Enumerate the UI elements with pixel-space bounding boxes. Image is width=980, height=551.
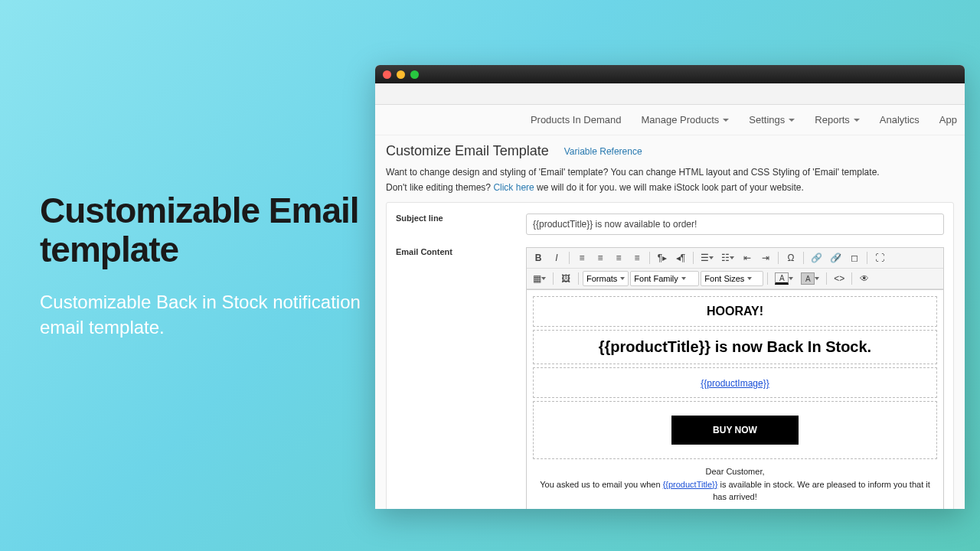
email-dear-block: Dear Customer, You asked us to email you… [533,462,937,507]
subject-input[interactable] [526,214,944,235]
bold-icon[interactable]: B [530,250,547,266]
description-1: Want to change design and styling of 'Em… [386,167,954,178]
font-sizes-select[interactable]: Font Sizes [701,271,763,286]
align-justify-icon[interactable]: ≡ [629,250,645,266]
editor-body[interactable]: HOORAY! {{productTitle}} is now Back In … [526,289,944,509]
nav-products-in-demand[interactable]: Products In Demand [531,114,622,126]
variable-reference-link[interactable]: Variable Reference [564,146,642,157]
promo-heading: Customizable Email template [40,191,361,269]
email-product-image-placeholder: {{productImage}} [533,367,937,398]
email-product-title-var: {{productTitle}} [663,480,718,489]
window-titlebar [375,65,965,83]
indent-icon[interactable]: ⇥ [757,250,774,266]
align-left-icon[interactable]: ≡ [573,250,590,266]
promo-panel: Customizable Email template Customizable… [40,191,361,340]
app-window: Products In Demand Manage Products Setti… [375,65,965,509]
rich-editor: B I ≡ ≡ ≡ ≡ ¶▸ ◂¶ ☰ ☷ [526,247,944,509]
chevron-down-icon [723,119,729,122]
nav-manage-products[interactable]: Manage Products [641,114,729,126]
page-title: Customize Email Template [386,143,549,159]
email-truncated-line: But please complete your purchase as soo… [533,507,937,510]
chevron-down-icon [854,119,860,122]
image-icon[interactable]: 🖼 [557,271,574,286]
formats-select[interactable]: Formats [583,271,629,286]
nav-app[interactable]: App [939,114,957,126]
bullet-list-icon[interactable]: ☰ [697,250,717,266]
email-dear: Dear Customer, [533,465,937,478]
minimize-icon[interactable] [397,70,405,79]
editor-toolbar: B I ≡ ≡ ≡ ≡ ¶▸ ◂¶ ☰ ☷ [526,247,944,289]
nav-settings[interactable]: Settings [749,114,795,126]
page-body: Customize Email Template Variable Refere… [375,135,965,509]
text-color-icon[interactable]: A [772,271,796,286]
chevron-down-icon [789,119,795,122]
email-back-in-stock: {{productTitle}} is now Back In Stock. [533,330,937,364]
font-family-select[interactable]: Font Family [630,271,699,286]
browser-chrome [375,83,965,105]
bg-color-icon[interactable]: A [798,271,822,286]
align-center-icon[interactable]: ≡ [592,250,609,266]
form-panel: Subject line Email Content B I ≡ ≡ ≡ [386,202,954,509]
align-right-icon[interactable]: ≡ [610,250,627,266]
click-here-link[interactable]: Click here [493,182,534,193]
italic-icon[interactable]: I [548,250,565,266]
nav-analytics[interactable]: Analytics [880,114,920,126]
maximize-icon[interactable] [410,70,419,79]
bookmark-icon[interactable]: ◻ [846,250,863,266]
outdent-icon[interactable]: ⇤ [739,250,756,266]
subject-line-label: Subject line [396,214,526,235]
promo-subheading: Customizable Back in Stock notification … [40,290,361,340]
description-2: Don't like editing themes? Click here we… [386,182,954,193]
close-icon[interactable] [383,70,391,79]
ltr-icon[interactable]: ¶▸ [654,250,671,266]
rtl-icon[interactable]: ◂¶ [672,250,689,266]
omega-icon[interactable]: Ω [782,250,799,266]
nav-reports[interactable]: Reports [815,114,860,126]
email-hooray: HOORAY! [533,296,937,327]
unlink-icon[interactable]: 🔗̸ [827,250,844,266]
email-cta-cell: BUY NOW [533,401,937,459]
link-icon[interactable]: 🔗 [808,250,825,266]
preview-icon[interactable]: 👁 [856,271,873,286]
fullscreen-icon[interactable]: ⛶ [871,250,888,266]
top-nav: Products In Demand Manage Products Setti… [375,105,965,135]
buy-now-button[interactable]: BUY NOW [671,416,799,445]
source-code-icon[interactable]: <> [831,271,848,286]
number-list-icon[interactable]: ☷ [718,250,737,266]
table-icon[interactable]: ▦ [530,271,549,286]
email-content-label: Email Content [396,247,526,509]
